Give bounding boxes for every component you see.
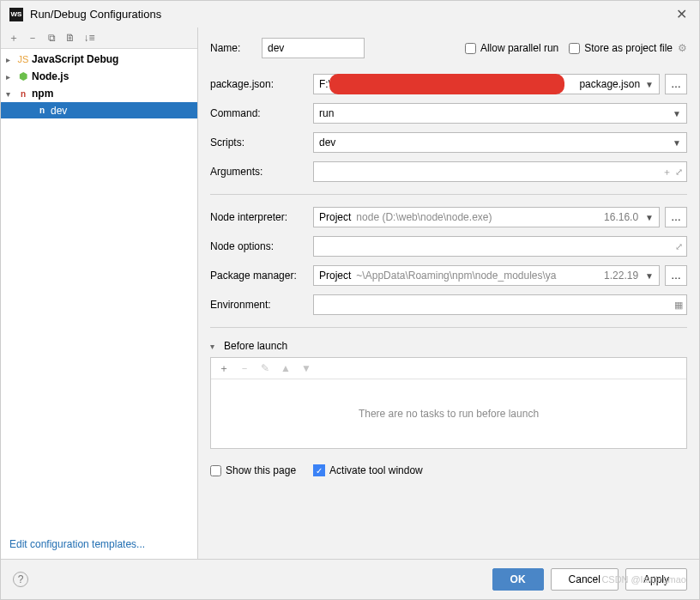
- expand-icon[interactable]: ⤢: [675, 241, 683, 252]
- allow-parallel-input[interactable]: [465, 43, 476, 54]
- chevron-down-icon: ▾: [210, 342, 220, 351]
- up-icon: ▲: [280, 362, 292, 374]
- chevron-down-icon: ▼: [673, 138, 681, 148]
- pkg-mgr-label: Package manager:: [210, 270, 313, 282]
- allow-parallel-checkbox[interactable]: Allow parallel run: [465, 42, 558, 54]
- store-project-checkbox[interactable]: Store as project file: [569, 42, 673, 54]
- before-launch-empty: There are no tasks to run before launch: [211, 379, 686, 448]
- node-interp-select[interactable]: Project node (D:\web\node\node.exe) 16.1…: [313, 207, 660, 227]
- nodejs-icon: ⬢: [16, 70, 30, 82]
- npm-icon: n: [16, 89, 30, 99]
- title-bar: WS Run/Debug Configurations ✕: [1, 1, 699, 27]
- package-manager-row: Package manager: Project ~\AppData\Roami…: [210, 265, 687, 286]
- gear-icon[interactable]: ⚙: [678, 42, 687, 54]
- remove-icon: －: [238, 362, 250, 374]
- tree-label: npm: [32, 88, 53, 100]
- tree-label: JavaScript Debug: [32, 53, 118, 65]
- add-icon[interactable]: ＋: [218, 362, 230, 374]
- tree-item-npm[interactable]: ▾ n npm: [1, 85, 197, 102]
- left-pane: ＋ － ⧉ 🗎 ↓≡ ▸ JS JavaScript Debug ▸ ⬢ Nod…: [1, 27, 198, 559]
- divider: [210, 194, 687, 195]
- before-launch-label: Before launch: [224, 340, 287, 352]
- chevron-right-icon: ▸: [6, 72, 16, 82]
- edit-templates-link[interactable]: Edit configuration templates...: [9, 538, 145, 550]
- node-options-input[interactable]: ⤢: [313, 236, 687, 257]
- footer-buttons: OK Cancel CSDN @lanjingmao Apply: [492, 568, 687, 591]
- chevron-down-icon: ▼: [645, 80, 654, 89]
- chevron-down-icon: ▼: [645, 271, 654, 281]
- pkg-mgr-select[interactable]: Project ~\AppData\Roaming\npm\node_modul…: [313, 265, 660, 286]
- name-label: Name:: [210, 42, 262, 54]
- chevron-down-icon: ▼: [645, 213, 654, 222]
- show-this-page-checkbox[interactable]: Show this page: [210, 464, 296, 476]
- config-tree[interactable]: ▸ JS JavaScript Debug ▸ ⬢ Node.js ▾ n np…: [1, 49, 197, 530]
- close-icon[interactable]: ✕: [673, 6, 691, 22]
- config-toolbar: ＋ － ⧉ 🗎 ↓≡: [1, 27, 197, 49]
- checkbox-checked-icon[interactable]: ✓: [313, 464, 325, 476]
- form-area: Name: Allow parallel run Store as projec…: [198, 27, 699, 559]
- divider: [210, 327, 687, 328]
- package-json-row: package.json: F:\package.json ▼ …: [210, 74, 687, 94]
- show-this-page-input[interactable]: [210, 465, 221, 476]
- arguments-input[interactable]: ＋ ⤢: [313, 161, 687, 182]
- npm-icon: n: [35, 106, 49, 115]
- before-launch-box: ＋ － ✎ ▲ ▼ There are no tasks to run befo…: [210, 357, 687, 449]
- main-split: ＋ － ⧉ 🗎 ↓≡ ▸ JS JavaScript Debug ▸ ⬢ Nod…: [1, 27, 699, 559]
- footer-bar: ? OK Cancel CSDN @lanjingmao Apply: [1, 559, 699, 599]
- node-options-row: Node options: ⤢: [210, 236, 687, 257]
- right-pane: Name: Allow parallel run Store as projec…: [198, 27, 699, 559]
- store-project-input[interactable]: [569, 43, 580, 54]
- chevron-down-icon: ▾: [6, 89, 16, 99]
- scripts-select[interactable]: dev ▼: [313, 132, 687, 153]
- env-label: Environment:: [210, 299, 313, 311]
- javascript-icon: JS: [16, 54, 30, 64]
- save-template-icon[interactable]: 🗎: [64, 32, 76, 44]
- tree-item-js-debug[interactable]: ▸ JS JavaScript Debug: [1, 51, 197, 68]
- name-input[interactable]: [262, 38, 365, 58]
- activate-tool-window-checkbox[interactable]: ✓ Activate tool window: [313, 464, 423, 476]
- package-json-label: package.json:: [210, 78, 313, 90]
- window-title: Run/Debug Configurations: [30, 8, 673, 21]
- add-icon[interactable]: ＋: [8, 32, 20, 44]
- tree-child-label: dev: [51, 105, 67, 117]
- remove-icon[interactable]: －: [27, 32, 39, 44]
- env-input[interactable]: ▦: [313, 294, 687, 315]
- name-row: Name: Allow parallel run Store as projec…: [210, 38, 687, 58]
- show-this-page-label: Show this page: [226, 464, 296, 476]
- environment-row: Environment: ▦: [210, 294, 687, 315]
- expand-icon[interactable]: ⤢: [675, 167, 683, 178]
- browse-pkg-mgr-button[interactable]: …: [665, 265, 687, 286]
- browse-node-button[interactable]: …: [665, 207, 687, 227]
- left-footer: Edit configuration templates...: [1, 530, 197, 559]
- bl-toolbar: ＋ － ✎ ▲ ▼: [211, 358, 686, 379]
- webstorm-logo-icon: WS: [9, 8, 23, 21]
- node-interp-label: Node interpreter:: [210, 211, 313, 223]
- browse-package-button[interactable]: …: [665, 74, 687, 94]
- tree-child-dev[interactable]: n dev: [1, 102, 197, 118]
- activate-tool-window-label: Activate tool window: [329, 464, 423, 476]
- edit-icon: ✎: [259, 362, 271, 374]
- apply-button[interactable]: Apply: [625, 568, 687, 591]
- before-launch-section: ▾ Before launch ＋ － ✎ ▲ ▼ There are no t…: [210, 340, 687, 449]
- before-launch-header[interactable]: ▾ Before launch: [210, 340, 687, 352]
- package-json-select[interactable]: F:\package.json ▼: [313, 74, 660, 94]
- tree-item-nodejs[interactable]: ▸ ⬢ Node.js: [1, 68, 197, 85]
- scripts-label: Scripts:: [210, 136, 313, 148]
- node-interpreter-row: Node interpreter: Project node (D:\web\n…: [210, 207, 687, 227]
- scripts-row: Scripts: dev ▼: [210, 132, 687, 153]
- ok-button[interactable]: OK: [492, 568, 544, 591]
- command-label: Command:: [210, 107, 313, 119]
- cancel-button[interactable]: Cancel CSDN @lanjingmao: [551, 568, 619, 591]
- arguments-label: Arguments:: [210, 166, 313, 178]
- arguments-row: Arguments: ＋ ⤢: [210, 161, 687, 182]
- list-icon[interactable]: ▦: [674, 300, 683, 311]
- copy-icon[interactable]: ⧉: [45, 32, 57, 44]
- tree-label: Node.js: [32, 70, 69, 82]
- node-options-label: Node options:: [210, 240, 313, 252]
- insert-macro-icon[interactable]: ＋: [662, 166, 672, 179]
- store-project-label: Store as project file: [584, 42, 673, 54]
- sort-icon[interactable]: ↓≡: [83, 32, 95, 44]
- command-select[interactable]: run ▼: [313, 103, 687, 124]
- help-icon[interactable]: ?: [13, 572, 28, 587]
- bottom-checkboxes: Show this page ✓ Activate tool window: [210, 464, 687, 476]
